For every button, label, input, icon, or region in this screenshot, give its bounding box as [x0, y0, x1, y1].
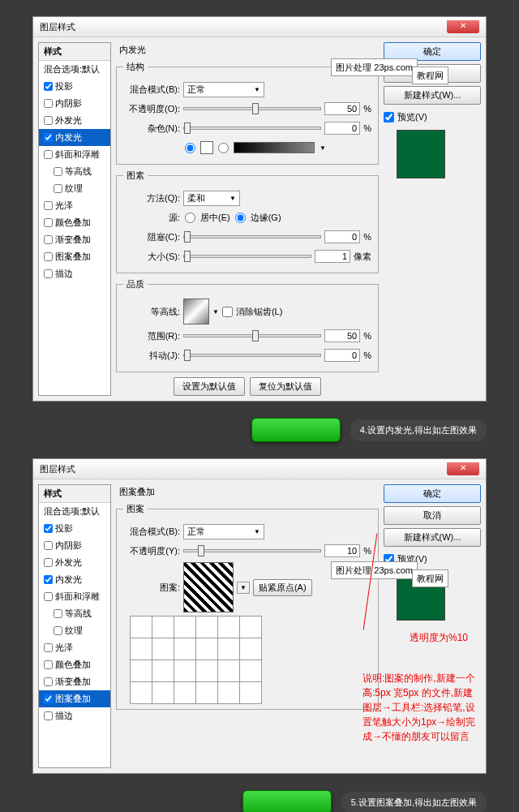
style-item[interactable]: 等高线: [39, 605, 110, 622]
size-input[interactable]: 1: [315, 250, 350, 263]
blend-mode-dropdown[interactable]: 正常▼: [183, 524, 264, 539]
source-center-radio[interactable]: [185, 213, 195, 223]
style-item[interactable]: 颜色叠加: [39, 656, 110, 673]
pattern-swatch[interactable]: [218, 682, 239, 703]
style-checkbox[interactable]: [54, 184, 62, 193]
style-checkbox[interactable]: [44, 133, 53, 142]
pattern-swatch[interactable]: [174, 660, 195, 681]
noise-slider[interactable]: [183, 127, 321, 130]
style-item[interactable]: 纹理: [39, 622, 110, 639]
style-item[interactable]: 颜色叠加: [39, 214, 110, 231]
pattern-swatch[interactable]: [152, 638, 174, 659]
style-checkbox[interactable]: [44, 82, 53, 91]
pattern-swatch[interactable]: [218, 638, 239, 659]
pattern-swatch[interactable]: [240, 638, 261, 659]
style-item[interactable]: 图案叠加: [39, 690, 110, 707]
close-icon[interactable]: ✕: [447, 20, 479, 33]
ok-button[interactable]: 确定: [384, 484, 481, 503]
style-item[interactable]: 投影: [39, 78, 110, 95]
style-checkbox[interactable]: [44, 150, 53, 159]
jitter-input[interactable]: 0: [324, 349, 360, 362]
snap-origin-button[interactable]: 贴紧原点(A): [253, 579, 312, 596]
cancel-button[interactable]: 取消: [384, 506, 481, 525]
range-input[interactable]: 50: [324, 329, 360, 342]
green-button[interactable]: [251, 418, 341, 442]
pattern-swatch[interactable]: [152, 617, 174, 638]
size-slider[interactable]: [183, 255, 311, 258]
style-checkbox[interactable]: [44, 218, 53, 227]
style-item[interactable]: 斜面和浮雕: [39, 146, 110, 163]
style-checkbox[interactable]: [44, 677, 53, 686]
pattern-swatch[interactable]: [218, 617, 239, 638]
gradient-radio[interactable]: [218, 143, 229, 153]
pattern-swatch[interactable]: [196, 682, 217, 703]
style-item[interactable]: 等高线: [39, 163, 110, 180]
style-checkbox[interactable]: [54, 609, 62, 618]
style-checkbox[interactable]: [44, 269, 53, 278]
style-checkbox[interactable]: [44, 575, 53, 584]
style-item[interactable]: 光泽: [39, 197, 110, 214]
opacity-input[interactable]: 50: [324, 102, 360, 115]
technique-dropdown[interactable]: 柔和▼: [183, 191, 240, 206]
style-checkbox[interactable]: [44, 201, 53, 210]
pattern-swatch[interactable]: [131, 660, 152, 681]
choke-input[interactable]: 0: [324, 230, 360, 243]
opacity-slider[interactable]: [183, 107, 321, 110]
style-checkbox[interactable]: [54, 626, 62, 635]
blend-options-item[interactable]: 混合选项:默认: [39, 61, 110, 78]
style-checkbox[interactable]: [44, 99, 53, 108]
antialias-checkbox[interactable]: [222, 307, 233, 317]
style-item[interactable]: 斜面和浮雕: [39, 588, 110, 605]
pattern-swatch[interactable]: [131, 638, 152, 659]
style-checkbox[interactable]: [44, 711, 53, 720]
style-checkbox[interactable]: [44, 524, 53, 533]
pattern-swatch[interactable]: [196, 617, 217, 638]
choke-slider[interactable]: [183, 235, 321, 238]
pattern-swatch[interactable]: [131, 682, 152, 703]
pattern-swatch[interactable]: [131, 617, 152, 638]
style-checkbox[interactable]: [44, 660, 53, 669]
gradient-swatch[interactable]: [234, 142, 315, 153]
style-checkbox[interactable]: [44, 643, 53, 652]
style-checkbox[interactable]: [44, 694, 53, 703]
noise-input[interactable]: 0: [324, 122, 360, 135]
range-slider[interactable]: [183, 334, 321, 337]
make-default-button[interactable]: 设置为默认值: [174, 377, 245, 396]
style-item[interactable]: 外发光: [39, 112, 110, 129]
style-item[interactable]: 内发光: [39, 571, 110, 588]
style-checkbox[interactable]: [44, 558, 53, 567]
new-style-button[interactable]: 新建样式(W)...: [384, 528, 481, 547]
style-item[interactable]: 纹理: [39, 180, 110, 197]
style-checkbox[interactable]: [44, 116, 53, 125]
style-item[interactable]: 内阴影: [39, 537, 110, 554]
color-radio[interactable]: [185, 143, 195, 153]
style-item[interactable]: 图案叠加: [39, 248, 110, 265]
source-edge-radio[interactable]: [235, 213, 246, 223]
pattern-preview[interactable]: [183, 562, 234, 612]
pattern-swatch[interactable]: [152, 660, 174, 681]
pattern-swatch[interactable]: [240, 617, 261, 638]
pattern-swatch[interactable]: [152, 682, 174, 703]
blend-mode-dropdown[interactable]: 正常▼: [183, 82, 264, 97]
titlebar[interactable]: 图层样式 ✕: [33, 459, 486, 479]
green-button[interactable]: [242, 790, 332, 812]
close-icon[interactable]: ✕: [447, 462, 479, 475]
pattern-picker-grid[interactable]: [130, 616, 262, 704]
titlebar[interactable]: 图层样式 ✕: [33, 17, 486, 37]
pattern-swatch[interactable]: [218, 660, 239, 681]
style-item[interactable]: 投影: [39, 520, 110, 537]
style-checkbox[interactable]: [44, 592, 53, 601]
contour-picker[interactable]: [183, 299, 209, 324]
chevron-down-icon[interactable]: ▼: [237, 582, 250, 594]
style-item[interactable]: 外发光: [39, 554, 110, 571]
pattern-swatch[interactable]: [174, 638, 195, 659]
pattern-swatch[interactable]: [196, 638, 217, 659]
pattern-swatch[interactable]: [240, 682, 261, 703]
opacity-slider[interactable]: [183, 549, 321, 552]
pattern-swatch[interactable]: [174, 682, 195, 703]
preview-checkbox[interactable]: [384, 112, 394, 122]
style-item[interactable]: 渐变叠加: [39, 673, 110, 690]
style-item[interactable]: 光泽: [39, 639, 110, 656]
pattern-swatch[interactable]: [174, 617, 195, 638]
style-item[interactable]: 内阴影: [39, 95, 110, 112]
